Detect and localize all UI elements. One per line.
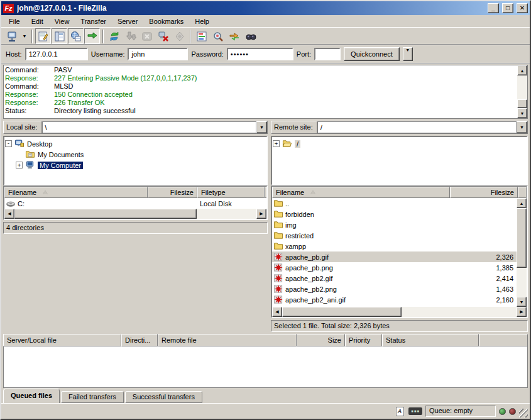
remote-site-dropdown-icon[interactable]: ▼ bbox=[517, 121, 527, 133]
file-row[interactable]: apache_pb2.png 1,463 bbox=[272, 284, 517, 294]
sort-ascending-icon bbox=[310, 191, 315, 194]
transfer-type-ascii-icon[interactable]: A bbox=[394, 406, 405, 417]
quickconnect-button[interactable]: Quickconnect bbox=[344, 47, 400, 61]
remote-list-header: Filename Filesize bbox=[272, 187, 527, 198]
close-button[interactable]: ✕ bbox=[517, 3, 528, 13]
scroll-left-icon[interactable]: ◀ bbox=[4, 209, 14, 219]
tab-queued-files[interactable]: Queued files bbox=[3, 389, 60, 403]
tab-failed-transfers[interactable]: Failed transfers bbox=[61, 391, 124, 403]
log-text: 150 Connection accepted bbox=[54, 91, 133, 99]
resize-grip[interactable] bbox=[519, 409, 528, 417]
column-header-direction[interactable]: Directi... bbox=[121, 334, 158, 346]
queue-body[interactable] bbox=[3, 346, 528, 388]
abort-icon[interactable] bbox=[172, 28, 187, 44]
file-row-c-drive[interactable]: C: Local Disk bbox=[4, 198, 266, 209]
menu-bookmarks[interactable]: Bookmarks bbox=[143, 16, 189, 26]
file-row[interactable]: apache_pb2.gif 2,414 bbox=[272, 273, 517, 284]
site-manager-dropdown-icon[interactable]: ▼ bbox=[20, 28, 29, 44]
column-header-lastmodified[interactable]: L bbox=[265, 187, 266, 198]
column-header-size[interactable]: Size bbox=[297, 334, 345, 346]
cancel-operation-icon[interactable] bbox=[139, 28, 155, 44]
local-list-body[interactable]: C: Local Disk bbox=[4, 198, 266, 209]
indicator-badge-icon[interactable]: ▪▪▪ bbox=[408, 407, 422, 415]
maximize-button[interactable]: □ bbox=[502, 3, 513, 13]
toggle-message-log-icon[interactable] bbox=[35, 28, 51, 44]
local-site-combo[interactable]: \ bbox=[42, 121, 256, 133]
status-bar: A ▪▪▪ Queue: empty bbox=[1, 403, 530, 419]
host-input[interactable] bbox=[25, 48, 88, 60]
scroll-right-icon[interactable]: ▶ bbox=[517, 307, 527, 317]
menu-help[interactable]: Help bbox=[189, 16, 215, 26]
log-scrollbar[interactable]: ▲ ▼ bbox=[517, 65, 527, 118]
port-input[interactable] bbox=[314, 48, 341, 60]
column-header-filename[interactable]: Filename bbox=[272, 187, 450, 198]
column-header-filetype[interactable]: Filetype bbox=[197, 187, 265, 198]
scroll-up-icon[interactable]: ▲ bbox=[517, 65, 527, 75]
file-row[interactable]: restricted bbox=[272, 230, 517, 241]
toggle-local-tree-icon[interactable] bbox=[52, 28, 67, 44]
directory-comparison-icon[interactable] bbox=[210, 28, 226, 44]
scroll-thumb[interactable] bbox=[282, 307, 402, 317]
toggle-transfer-queue-icon[interactable] bbox=[84, 28, 100, 44]
file-row-selected[interactable]: apache_pb.gif 2,326 bbox=[272, 251, 517, 262]
file-row[interactable]: apache_pb.png 1,385 bbox=[272, 262, 517, 273]
tree-item-my-computer[interactable]: + My Computer bbox=[16, 160, 266, 170]
menu-view[interactable]: View bbox=[49, 16, 75, 26]
file-row[interactable]: xampp bbox=[272, 241, 517, 251]
tree-item-my-documents[interactable]: My Documents bbox=[16, 149, 266, 160]
remote-vscrollbar[interactable]: ▲ ▼ bbox=[517, 198, 527, 307]
username-input[interactable] bbox=[128, 48, 188, 60]
menu-edit[interactable]: Edit bbox=[26, 16, 49, 26]
find-files-icon[interactable] bbox=[243, 28, 258, 44]
scroll-left-icon[interactable]: ◀ bbox=[272, 307, 282, 317]
remote-file-list: Filename Filesize .. forbidden bbox=[271, 185, 528, 318]
title-bar[interactable]: Fz john@127.0.0.1 - FileZilla _ □ ✕ bbox=[1, 1, 530, 15]
column-header-remote-file[interactable]: Remote file bbox=[158, 334, 297, 346]
tree-item-desktop[interactable]: - Desktop bbox=[5, 138, 266, 149]
file-name: apache_pb.gif bbox=[285, 253, 329, 261]
scroll-thumb[interactable] bbox=[517, 208, 527, 268]
site-manager-icon[interactable] bbox=[4, 28, 19, 44]
scroll-up-icon[interactable]: ▲ bbox=[517, 198, 527, 208]
log-text: PASV bbox=[54, 66, 72, 74]
minimize-button[interactable]: _ bbox=[488, 3, 499, 13]
column-header-filesize[interactable]: Filesize bbox=[148, 187, 197, 198]
scroll-thumb[interactable] bbox=[14, 209, 197, 219]
column-header-status[interactable]: Status bbox=[382, 334, 479, 346]
column-header-filesize[interactable]: Filesize bbox=[450, 187, 518, 198]
file-row[interactable]: forbidden bbox=[272, 209, 517, 219]
file-row[interactable]: .. bbox=[272, 198, 517, 209]
local-site-dropdown-icon[interactable]: ▼ bbox=[256, 121, 267, 133]
scroll-thumb[interactable] bbox=[517, 99, 527, 108]
synchronized-browsing-icon[interactable] bbox=[226, 28, 242, 44]
process-queue-icon[interactable] bbox=[123, 28, 138, 44]
password-input[interactable] bbox=[227, 48, 293, 60]
remote-site-combo[interactable]: / bbox=[317, 121, 517, 133]
column-header-priority[interactable]: Priority bbox=[345, 334, 382, 346]
remote-list-body[interactable]: .. forbidden img restricted bbox=[272, 198, 517, 307]
column-header-server-local-file[interactable]: Server/Local file bbox=[3, 334, 121, 346]
quickconnect-dropdown-icon[interactable]: ▼ bbox=[403, 47, 413, 61]
column-header-filename[interactable]: Filename bbox=[4, 187, 148, 198]
filename-filters-icon[interactable] bbox=[194, 28, 209, 44]
tab-successful-transfers[interactable]: Successful transfers bbox=[125, 391, 202, 403]
menu-file[interactable]: File bbox=[3, 16, 26, 26]
scroll-down-icon[interactable]: ▼ bbox=[517, 297, 527, 307]
expand-icon[interactable]: + bbox=[16, 162, 23, 169]
menu-transfer[interactable]: Transfer bbox=[75, 16, 112, 26]
collapse-icon[interactable]: - bbox=[5, 140, 12, 147]
refresh-icon[interactable] bbox=[106, 28, 122, 44]
menu-server[interactable]: Server bbox=[112, 16, 143, 26]
disconnect-icon[interactable] bbox=[155, 28, 171, 44]
file-row[interactable]: img bbox=[272, 219, 517, 230]
expand-icon[interactable]: + bbox=[273, 140, 280, 147]
tree-item-root[interactable]: + / bbox=[273, 138, 526, 149]
local-hscrollbar[interactable]: ◀ ▶ bbox=[4, 209, 266, 219]
file-row[interactable]: apache_pb2_ani.gif 2,160 bbox=[272, 294, 517, 305]
local-site-label: Local site: bbox=[4, 121, 42, 133]
remote-hscrollbar[interactable]: ◀ ▶ bbox=[272, 307, 527, 317]
scroll-right-icon[interactable]: ▶ bbox=[256, 209, 266, 219]
window-title: john@127.0.0.1 - FileZilla bbox=[17, 4, 484, 13]
scroll-down-icon[interactable]: ▼ bbox=[517, 108, 527, 118]
toggle-remote-tree-icon[interactable] bbox=[68, 28, 84, 44]
